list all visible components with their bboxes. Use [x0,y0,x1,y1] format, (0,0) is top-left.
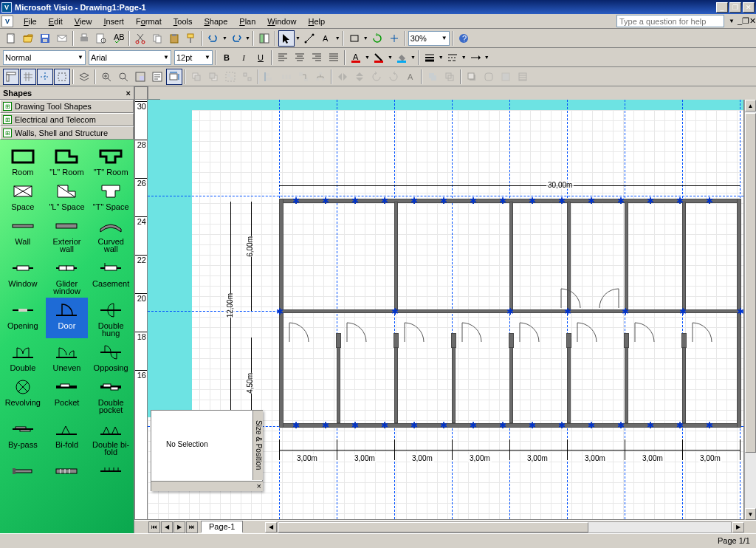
tab-first-button[interactable]: ⏮ [148,521,160,533]
shape-stencil-item[interactable]: "L" Room [46,144,89,177]
zoom-window-button[interactable] [115,69,131,85]
text-dropdown[interactable]: ▼ [335,35,340,41]
drawtool-dropdown[interactable]: ▼ [363,35,368,41]
wall-shape[interactable] [279,423,741,428]
door-shape[interactable] [518,321,540,343]
menu-view[interactable]: View [69,16,98,27]
shape-stencil-item[interactable]: Exterior wall [46,213,89,254]
drawing-explorer-button[interactable] [149,69,165,85]
close-button[interactable]: ✕ [743,2,755,13]
group-button[interactable] [222,69,238,85]
page-tab-1[interactable]: Page-1 [201,521,243,533]
line-color-dd[interactable]: ▼ [388,55,393,60]
vertical-scrollbar[interactable]: ▲ ▼ [744,100,756,520]
guides-button[interactable] [37,69,53,85]
redo-button[interactable] [228,30,244,47]
shape-stencil-item[interactable]: Double pocket [89,374,132,415]
tab-next-button[interactable]: ▶ [173,521,185,533]
rectangle-tool-button[interactable] [346,30,362,47]
shape-stencil-item[interactable] [46,459,89,484]
fill-color-button[interactable] [394,49,410,66]
zoom-in-button[interactable] [98,69,114,85]
bold-button[interactable]: B [219,49,235,66]
connector-tool-button[interactable] [301,30,317,47]
shape-stencil-item[interactable]: Window [1,256,44,296]
distribute-button[interactable] [278,69,295,85]
shape-stencil-item[interactable]: Room [1,144,44,177]
shape-stencil-item[interactable]: Uneven [46,340,89,373]
scroll-right-button[interactable]: ▶ [732,522,744,532]
door-shape[interactable] [403,321,425,343]
undo-button[interactable] [205,30,221,47]
menu-plan[interactable]: Plan [233,16,261,27]
size-position-window[interactable]: No Selection Size & Position × [151,410,263,491]
print-preview-button[interactable] [93,30,109,47]
shapes-window-button[interactable] [256,30,272,47]
wall-shape[interactable] [451,333,456,348]
shadow-button[interactable] [464,69,480,85]
wall-shape[interactable] [682,202,686,309]
shape-stencil-item[interactable]: By-pass [1,417,44,457]
line-ends-dd[interactable]: ▼ [484,55,489,60]
align-shapes-button[interactable] [261,69,278,85]
menu-file[interactable]: File [18,16,43,27]
connection-points-button[interactable] [54,69,70,85]
horizontal-ruler[interactable]: -20246810121416182022242628 [148,86,148,100]
font-color-button[interactable]: A [348,49,364,66]
flip-h-button[interactable] [334,69,351,85]
door-shape[interactable] [691,321,713,343]
scroll-down-button[interactable]: ▼ [745,508,756,520]
door-shape[interactable] [288,321,310,343]
rotate-text-button[interactable]: A [402,69,419,85]
wall-shape[interactable] [566,333,571,348]
drawing-canvas[interactable]: ✱✱✱✱✱✱✱✱✱✱✱✱✱✱✱✱✱✱✱✱✱✱✱✱✱✱✱✱✱✱✱✱✱✱✱✱✱ 30… [148,100,744,520]
shape-stencil-item[interactable]: Revolving [1,374,44,415]
shape-stencil-item[interactable]: "L" Space [46,179,89,212]
rulers-button[interactable] [3,69,19,85]
pan-zoom-button[interactable] [132,69,148,85]
scroll-thumb-v[interactable] [745,113,756,453]
line-color-button[interactable] [371,49,387,66]
maximize-button[interactable]: ❐ [729,2,741,13]
menu-insert[interactable]: Insert [97,16,130,27]
size-position-close[interactable]: × [151,481,263,491]
cut-button[interactable] [132,30,148,47]
mdi-restore[interactable]: ❐ [742,16,749,26]
union-button[interactable] [425,69,441,85]
rotate-button[interactable] [369,30,385,47]
scroll-up-button[interactable]: ▲ [745,100,756,112]
mdi-close[interactable]: ✕ [749,16,756,26]
line-weight-button[interactable] [422,49,438,66]
fill-pattern-button[interactable] [515,69,531,85]
tab-prev-button[interactable]: ◀ [161,521,173,533]
scroll-left-button[interactable]: ◀ [265,522,277,532]
menu-tools[interactable]: Tools [168,16,199,27]
undo-dropdown[interactable]: ▼ [222,35,227,41]
wall-shape[interactable] [336,333,341,348]
doc-icon[interactable]: V [1,16,13,27]
new-button[interactable] [3,30,19,47]
fill-color-dd[interactable]: ▼ [410,55,416,60]
connect-shapes-button[interactable] [295,69,312,85]
shape-stencil-item[interactable]: Double hung [89,298,132,338]
shape-stencil-item[interactable]: Double bi-fold [89,417,132,457]
stencil-drawing-tool[interactable]: ⊞Drawing Tool Shapes [0,100,134,113]
door-shape[interactable] [576,321,598,343]
menu-window[interactable]: Window [261,16,302,27]
print-button[interactable] [76,30,92,47]
line-ends-button[interactable] [467,49,484,66]
rotate-left-button[interactable] [368,69,385,85]
transparency-button[interactable] [498,69,514,85]
shape-stencil-item[interactable]: Wall [1,213,44,254]
shapes-close-button[interactable]: × [126,89,131,97]
door-shape[interactable] [346,321,368,343]
rotate-right-button[interactable] [385,69,402,85]
shape-stencil-item[interactable]: "T" Room [89,144,132,177]
font-color-dd[interactable]: ▼ [365,55,370,60]
copy-button[interactable] [149,30,165,47]
horizontal-scrollbar[interactable] [278,521,732,533]
help-button[interactable]: ? [456,30,472,47]
wall-shape[interactable] [624,333,629,348]
corner-rounding-button[interactable] [481,69,497,85]
shape-stencil-item[interactable]: Double [1,340,44,373]
